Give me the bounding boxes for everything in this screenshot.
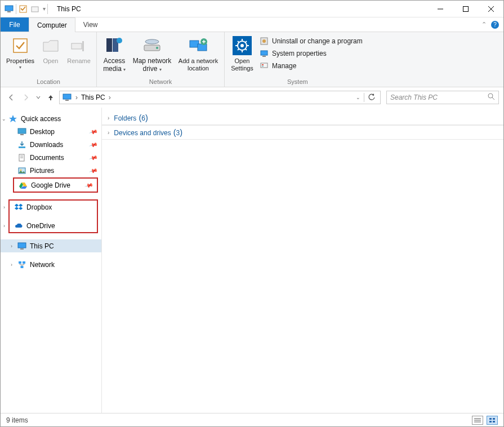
uninstall-program-button[interactable]: Uninstall or change a program: [260, 37, 363, 46]
svg-line-43: [492, 97, 494, 100]
maximize-button[interactable]: [453, 1, 478, 17]
sidebar-this-pc[interactable]: › This PC: [1, 239, 101, 252]
chevron-right-icon[interactable]: ›: [3, 223, 5, 229]
svg-point-15: [156, 47, 158, 49]
pc-icon: [17, 242, 26, 251]
svg-rect-53: [20, 248, 24, 250]
svg-rect-46: [19, 146, 25, 148]
chevron-down-icon[interactable]: ⌄: [2, 116, 6, 122]
pin-icon: 📌: [84, 181, 93, 190]
svg-point-34: [262, 39, 266, 43]
pin-icon: 📌: [89, 127, 98, 136]
content-pane[interactable]: › Folders (6) › Devices and drives (3): [102, 108, 503, 413]
search-icon: [488, 93, 495, 102]
rename-button: Rename: [65, 34, 93, 77]
qat-newfolder-icon[interactable]: [30, 4, 40, 14]
sidebar-google-drive[interactable]: Google Drive 📌: [14, 179, 97, 192]
manage-button[interactable]: Manage: [260, 61, 363, 70]
svg-rect-1: [7, 11, 11, 12]
sidebar-desktop[interactable]: Desktop 📌: [1, 125, 101, 138]
uninstall-icon: [260, 37, 269, 46]
google-drive-icon: [19, 181, 28, 190]
access-media-button[interactable]: Access media ▾: [100, 34, 128, 77]
tab-file[interactable]: File: [1, 17, 29, 32]
search-input[interactable]: [390, 94, 488, 101]
sidebar-pictures[interactable]: Pictures 📌: [1, 164, 101, 177]
sidebar-onedrive[interactable]: › OneDrive: [10, 219, 97, 232]
address-bar[interactable]: › This PC › ⌄: [59, 91, 381, 104]
ribbon-group-network: Access media ▾ Map network drive ▾ Add a…: [97, 32, 225, 87]
help-icon[interactable]: ?: [491, 21, 499, 29]
svg-rect-38: [262, 64, 264, 65]
group-devices[interactable]: › Devices and drives (3): [102, 125, 503, 140]
sidebar-quick-access[interactable]: ⌄ Quick access: [1, 112, 101, 125]
breadcrumb-separator[interactable]: ›: [75, 94, 78, 101]
address-dropdown-icon[interactable]: ⌄: [356, 95, 360, 100]
map-drive-button[interactable]: Map network drive ▾: [131, 34, 173, 77]
forward-button[interactable]: [20, 91, 32, 104]
sidebar-dropbox[interactable]: › Dropbox: [10, 201, 97, 214]
svg-rect-56: [21, 266, 24, 268]
pin-icon: 📌: [89, 153, 98, 162]
breadcrumb-separator[interactable]: ›: [109, 94, 111, 101]
map-drive-icon: [142, 35, 162, 56]
onedrive-icon: [14, 221, 23, 230]
back-button[interactable]: [5, 91, 17, 104]
highlight-google-drive: Google Drive 📌: [13, 177, 98, 193]
manage-icon: [260, 61, 269, 70]
access-media-icon: [104, 35, 124, 56]
svg-rect-10: [82, 41, 84, 51]
sidebar-network[interactable]: › Network: [1, 258, 101, 271]
desktop-icon: [17, 127, 26, 136]
status-bar: 9 items: [1, 413, 503, 426]
svg-rect-18: [198, 44, 207, 51]
sidebar-downloads[interactable]: Downloads 📌: [1, 138, 101, 151]
status-item-count: 9 items: [6, 416, 28, 424]
qat-properties-icon[interactable]: [18, 4, 28, 14]
group-folders[interactable]: › Folders (6): [102, 111, 503, 125]
details-view-button[interactable]: [472, 416, 483, 425]
properties-button[interactable]: Properties ▾: [4, 34, 37, 77]
search-box[interactable]: [386, 91, 499, 104]
svg-rect-39: [262, 66, 264, 66]
svg-rect-37: [261, 63, 267, 68]
svg-rect-11: [106, 38, 112, 52]
chevron-right-icon[interactable]: ›: [108, 130, 109, 136]
svg-point-16: [145, 39, 159, 44]
svg-rect-5: [463, 6, 468, 11]
tab-view[interactable]: View: [75, 17, 106, 32]
chevron-right-icon[interactable]: ›: [108, 115, 109, 121]
tab-computer[interactable]: Computer: [29, 17, 75, 32]
minimize-button[interactable]: [427, 1, 453, 17]
chevron-right-icon[interactable]: ›: [3, 204, 5, 210]
quick-access-icon: [8, 114, 17, 123]
up-button[interactable]: [44, 91, 57, 104]
system-properties-button[interactable]: System properties: [260, 49, 363, 58]
svg-rect-52: [18, 243, 26, 248]
refresh-icon[interactable]: [368, 93, 376, 103]
documents-icon: [17, 153, 26, 162]
tiles-view-button[interactable]: [487, 416, 498, 425]
qat-dropdown-icon[interactable]: ▾: [43, 6, 46, 12]
settings-icon: [232, 35, 252, 56]
breadcrumb-location[interactable]: This PC: [81, 94, 105, 101]
collapse-ribbon-icon[interactable]: ⌃: [481, 21, 487, 28]
add-network-location-button[interactable]: Add a network location: [176, 34, 221, 77]
navigation-pane[interactable]: ⌄ Quick access Desktop 📌 Downloads 📌 Doc…: [1, 108, 102, 413]
open-settings-button[interactable]: Open Settings: [228, 34, 256, 77]
chevron-right-icon[interactable]: ›: [11, 262, 12, 268]
app-icon: [4, 4, 14, 14]
sidebar-documents[interactable]: Documents 📌: [1, 151, 101, 164]
open-icon: [41, 35, 61, 56]
add-network-location-icon: [188, 35, 208, 56]
recent-locations-button[interactable]: [34, 91, 42, 104]
close-button[interactable]: [478, 1, 503, 17]
properties-icon: [10, 35, 30, 56]
chevron-right-icon[interactable]: ›: [11, 243, 12, 249]
downloads-icon: [17, 140, 26, 149]
svg-rect-60: [489, 418, 492, 420]
svg-rect-54: [19, 261, 21, 264]
dropbox-icon: [14, 203, 23, 212]
svg-rect-61: [493, 418, 495, 420]
ribbon-tabs: File Computer View ⌃ ?: [1, 17, 503, 32]
